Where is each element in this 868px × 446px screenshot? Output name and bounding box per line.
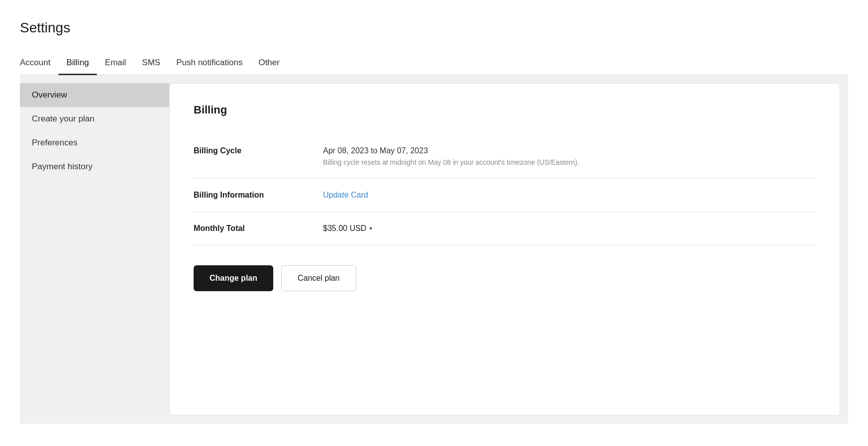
change-plan-button[interactable]: Change plan — [194, 265, 273, 291]
monthly-total-value-container: $35.00 USD ▾ — [323, 224, 816, 233]
billing-information-row: Billing Information Update Card — [194, 179, 816, 212]
main-content: Overview Create your plan Preferences Pa… — [20, 75, 848, 424]
update-card-link[interactable]: Update Card — [323, 191, 368, 199]
monthly-total-row: Monthly Total $35.00 USD ▾ — [194, 212, 816, 245]
sidebar-item-overview[interactable]: Overview — [20, 83, 169, 107]
sidebar-item-create-your-plan[interactable]: Create your plan — [20, 107, 169, 131]
tab-sms[interactable]: SMS — [134, 52, 168, 75]
billing-cycle-reset-note: Billing cycle resets at midnight on May … — [323, 158, 816, 166]
billing-cycle-label: Billing Cycle — [194, 146, 323, 155]
sidebar-item-payment-history[interactable]: Payment history — [20, 155, 169, 179]
billing-cycle-row: Billing Cycle Apr 08, 2023 to May 07, 20… — [194, 134, 816, 179]
billing-information-value: Update Card — [323, 191, 816, 200]
billing-content-panel: Billing Billing Cycle Apr 08, 2023 to Ma… — [169, 83, 840, 416]
cancel-plan-button[interactable]: Cancel plan — [281, 265, 356, 291]
monthly-total-label: Monthly Total — [194, 224, 323, 233]
tab-billing[interactable]: Billing — [58, 52, 97, 75]
billing-cycle-value: Apr 08, 2023 to May 07, 2023 Billing cyc… — [323, 146, 816, 166]
sidebar-item-preferences[interactable]: Preferences — [20, 131, 169, 155]
billing-section-title: Billing — [194, 104, 816, 116]
page-title: Settings — [20, 20, 848, 36]
top-nav: Account Billing Email SMS Push notificat… — [20, 52, 848, 75]
tab-email[interactable]: Email — [97, 52, 134, 75]
monthly-total-dropdown[interactable]: $35.00 USD ▾ — [323, 224, 816, 233]
chevron-down-icon: ▾ — [369, 225, 372, 232]
action-buttons: Change plan Cancel plan — [194, 261, 816, 291]
tab-push-notifications[interactable]: Push notifications — [168, 52, 250, 75]
tab-account[interactable]: Account — [20, 52, 58, 75]
billing-cycle-date-range: Apr 08, 2023 to May 07, 2023 — [323, 146, 816, 155]
sidebar: Overview Create your plan Preferences Pa… — [20, 75, 169, 424]
tab-other[interactable]: Other — [250, 52, 288, 75]
billing-information-label: Billing Information — [194, 191, 323, 200]
monthly-total-amount: $35.00 USD — [323, 224, 366, 233]
